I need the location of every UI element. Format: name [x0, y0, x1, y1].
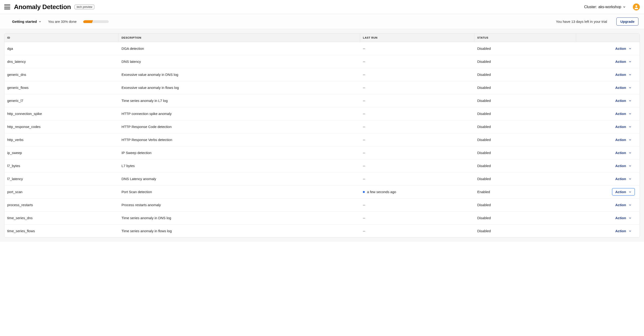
cell-description: Excessive value anomaly in DNS log [119, 70, 360, 79]
table-row: http_connection_spikeHTTP connection spi… [4, 107, 640, 120]
cell-description: IP Sweep detection [119, 148, 360, 157]
cell-action: Action [576, 212, 640, 224]
action-label: Action [615, 203, 626, 207]
chevron-down-icon [628, 138, 632, 141]
action-button[interactable]: Action [612, 162, 635, 170]
cluster-picker[interactable]: Cluster: aks-workshop [584, 5, 626, 9]
cell-id: http_response_codes [4, 122, 119, 131]
action-button[interactable]: Action [612, 71, 635, 78]
cell-status: Disabled [474, 57, 576, 66]
last-run-text: -- [363, 216, 365, 220]
action-button[interactable]: Action [612, 175, 635, 183]
cluster-label: Cluster: [584, 5, 597, 9]
cell-description: DNS latency [119, 57, 360, 66]
action-button[interactable]: Action [612, 214, 635, 222]
action-button[interactable]: Action [612, 136, 635, 143]
col-description: DESCRIPTION [119, 34, 360, 42]
getting-started-dropdown[interactable]: Getting started [12, 20, 42, 24]
cell-action: Action [576, 173, 640, 185]
table-row: dgaDGA detection--DisabledAction [4, 42, 640, 55]
cell-action: Action [576, 68, 640, 81]
cell-last-run: -- [360, 122, 474, 131]
cell-id: generic_dns [4, 70, 119, 79]
cell-action: Action [576, 186, 640, 198]
cell-action: Action [576, 81, 640, 94]
cell-id: ip_sweep [4, 148, 119, 157]
cell-description: DGA detection [119, 44, 360, 53]
action-label: Action [615, 216, 626, 220]
cell-last-run: -- [360, 96, 474, 105]
cell-last-run: -- [360, 148, 474, 157]
cell-action: Action [576, 225, 640, 237]
action-label: Action [615, 138, 626, 142]
chevron-down-icon [628, 112, 632, 115]
cell-last-run: -- [360, 200, 474, 209]
progress-text: You are 33% done [48, 20, 77, 24]
last-run-text: -- [363, 138, 365, 142]
person-icon [634, 5, 639, 10]
action-button[interactable]: Action [612, 97, 635, 104]
table-row: generic_flowsExcessive value anomaly in … [4, 81, 640, 94]
cell-action: Action [576, 133, 640, 146]
cluster-name: aks-workshop [598, 5, 621, 9]
action-label: Action [615, 86, 626, 90]
table-row: dns_latencyDNS latency--DisabledAction [4, 55, 640, 68]
cell-last-run: -- [360, 161, 474, 170]
chevron-down-icon [628, 151, 632, 154]
cell-last-run: -- [360, 44, 474, 53]
upgrade-button[interactable]: Upgrade [616, 18, 638, 26]
cell-id: time_series_dns [4, 213, 119, 222]
action-button[interactable]: Action [612, 123, 635, 130]
action-button[interactable]: Action [612, 110, 635, 117]
cell-description: HTTP Response Code detection [119, 122, 360, 131]
chevron-down-icon [628, 216, 632, 220]
table-row: l7_latencyDNS Latency anomaly--DisabledA… [4, 173, 640, 186]
progress-bar [83, 20, 109, 23]
cell-last-run: -- [360, 174, 474, 183]
last-run-text: -- [363, 99, 365, 103]
cell-id: dns_latency [4, 57, 119, 66]
cell-status: Disabled [474, 200, 576, 209]
last-run-text: -- [363, 125, 365, 129]
cell-status: Disabled [474, 213, 576, 222]
cell-description: HTTP connection spike anomaly [119, 109, 360, 118]
cell-status: Disabled [474, 109, 576, 118]
cell-last-run: -- [360, 213, 474, 222]
cell-action: Action [576, 146, 640, 159]
cell-id: http_connection_spike [4, 109, 119, 118]
chevron-down-icon [628, 177, 632, 181]
table-row: http_verbsHTTP Response Verbs detection-… [4, 133, 640, 146]
chevron-down-icon [628, 164, 632, 167]
cell-id: port_scan [4, 187, 119, 196]
action-button[interactable]: Action [612, 84, 635, 91]
chevron-down-icon [628, 47, 632, 50]
action-button[interactable]: Action [612, 201, 635, 209]
cell-description: Time series anomaly in L7 log [119, 96, 360, 105]
col-action [576, 34, 640, 42]
hamburger-menu-icon[interactable] [4, 5, 10, 9]
cell-status: Disabled [474, 44, 576, 53]
action-button[interactable]: Action [612, 149, 635, 156]
action-label: Action [615, 112, 626, 116]
last-run-text: -- [363, 229, 365, 233]
cell-id: l7_bytes [4, 161, 119, 170]
cell-last-run: -- [360, 109, 474, 118]
action-label: Action [615, 125, 626, 129]
content-area: ID DESCRIPTION LAST RUN STATUS dgaDGA de… [0, 29, 644, 242]
action-button[interactable]: Action [612, 58, 635, 65]
cell-description: HTTP Response Verbs detection [119, 135, 360, 144]
action-button[interactable]: Action [612, 188, 635, 196]
cell-status: Enabled [474, 187, 576, 196]
cell-action: Action [576, 120, 640, 133]
cell-id: l7_latency [4, 174, 119, 183]
action-label: Action [615, 164, 626, 168]
action-label: Action [615, 47, 626, 51]
last-run-text: -- [363, 177, 365, 181]
action-button[interactable]: Action [612, 227, 635, 235]
table-row: http_response_codesHTTP Response Code de… [4, 120, 640, 133]
action-button[interactable]: Action [612, 45, 635, 52]
table-row: port_scanPort Scan detectiona few second… [4, 186, 640, 199]
progress-fill [83, 20, 93, 23]
avatar[interactable] [633, 4, 640, 11]
top-bar: Anomaly Detection tech preview Cluster: … [0, 0, 644, 14]
